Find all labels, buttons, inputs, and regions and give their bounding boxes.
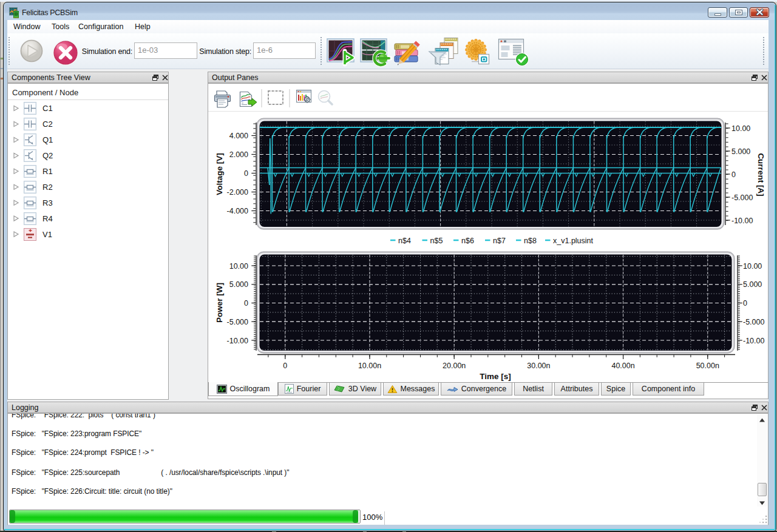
svg-text:5.000: 5.000 — [731, 147, 750, 156]
svg-text:R4: R4 — [42, 214, 53, 223]
svg-text:-10.00: -10.00 — [227, 337, 248, 345]
svg-text:-2.000: -2.000 — [227, 188, 248, 197]
svg-text:n$7: n$7 — [493, 237, 506, 245]
svg-text:C1: C1 — [42, 104, 53, 113]
svg-text:n$5: n$5 — [430, 237, 443, 245]
svg-text:Voltage [V]: Voltage [V] — [215, 153, 224, 195]
svg-text:2.000: 2.000 — [229, 150, 248, 159]
svg-text:20.00n: 20.00n — [443, 362, 466, 370]
svg-text:R2: R2 — [42, 183, 53, 192]
svg-text:R3: R3 — [42, 198, 53, 207]
svg-text:x_v1.plusint: x_v1.plusint — [553, 237, 594, 245]
svg-text:-5.000: -5.000 — [731, 194, 753, 202]
svg-text:-4.000: -4.000 — [227, 207, 248, 215]
svg-text:0: 0 — [743, 299, 747, 308]
svg-text:10.00: 10.00 — [731, 124, 750, 133]
svg-text:V1: V1 — [42, 230, 52, 239]
svg-text:0: 0 — [244, 299, 248, 308]
svg-text:R1: R1 — [42, 167, 53, 176]
svg-text:50.00n: 50.00n — [696, 362, 719, 370]
svg-text:n$8: n$8 — [524, 237, 537, 245]
svg-text:10.00n: 10.00n — [358, 362, 381, 370]
svg-text:30.00n: 30.00n — [527, 362, 550, 370]
svg-text:0: 0 — [244, 169, 248, 178]
svg-text:10.00: 10.00 — [229, 262, 248, 271]
svg-text:-5.000: -5.000 — [227, 318, 248, 326]
svg-text:C2: C2 — [42, 120, 53, 129]
svg-text:10.00: 10.00 — [743, 262, 762, 271]
svg-text:Q1: Q1 — [42, 135, 53, 144]
svg-text:n$4: n$4 — [398, 237, 411, 245]
svg-text:n$6: n$6 — [461, 237, 474, 245]
svg-text:5.000: 5.000 — [743, 280, 762, 289]
svg-text:Time [s]: Time [s] — [480, 372, 511, 381]
svg-text:-5.000: -5.000 — [743, 318, 764, 326]
svg-text:-10.00: -10.00 — [743, 337, 764, 345]
svg-text:0: 0 — [283, 362, 287, 370]
svg-text:Power [W]: Power [W] — [215, 283, 224, 323]
svg-text:0: 0 — [731, 170, 736, 179]
svg-text:Current [A]: Current [A] — [756, 153, 765, 196]
svg-text:-10.00: -10.00 — [731, 217, 753, 225]
svg-text:4.000: 4.000 — [229, 132, 248, 140]
svg-text:5.000: 5.000 — [229, 280, 248, 289]
svg-text:Q2: Q2 — [42, 151, 53, 160]
svg-text:40.00n: 40.00n — [611, 362, 634, 370]
